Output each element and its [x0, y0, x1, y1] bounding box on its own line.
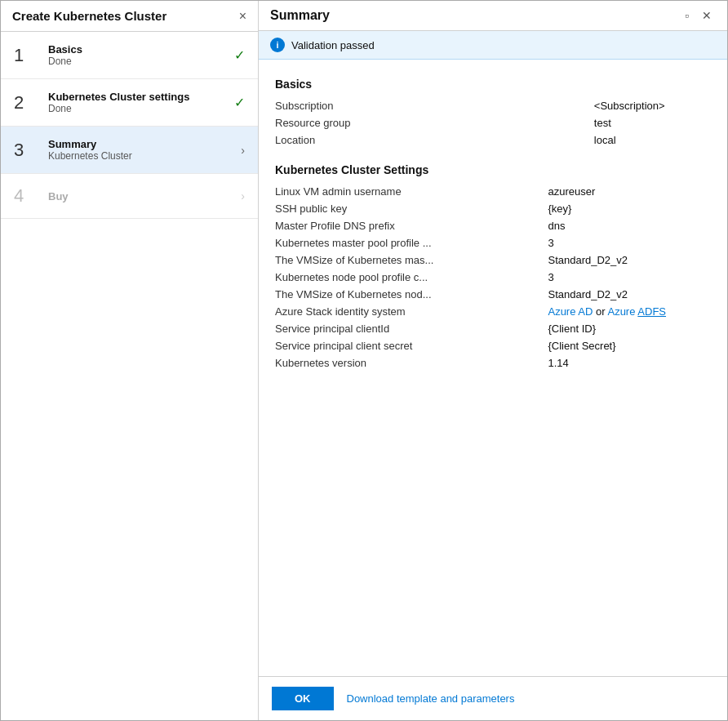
step-item-0[interactable]: 1BasicsDone✓ — [1, 32, 258, 79]
step-chevron-icon-3: › — [241, 189, 245, 203]
step-title-0: Basics — [48, 43, 228, 56]
row-value-1-6: Standard_D2_v2 — [541, 286, 711, 303]
step-number-1: 2 — [14, 92, 38, 113]
row-value-1-2: dns — [541, 217, 711, 234]
table-row: Master Profile DNS prefixdns — [275, 217, 711, 234]
step-title-1: Kubernetes Cluster settings — [48, 91, 228, 103]
table-row: Kubernetes master pool profile ...3 — [275, 234, 711, 251]
step-list: 1BasicsDone✓2Kubernetes Cluster settings… — [1, 32, 258, 720]
step-check-icon-1: ✓ — [234, 95, 245, 110]
row-value-1-8: {Client ID} — [541, 320, 711, 337]
close-button[interactable]: × — [239, 10, 246, 23]
section-title-0: Basics — [275, 78, 711, 91]
right-panel-title: Summary — [270, 8, 330, 23]
row-value-1-9: {Client Secret} — [541, 337, 711, 354]
ok-button[interactable]: OK — [272, 687, 334, 710]
table-row: SSH public key{key} — [275, 200, 711, 217]
row-value-1-3: 3 — [541, 234, 711, 251]
step-sub-0: Done — [48, 56, 228, 67]
row-value-0-1: test — [588, 114, 711, 131]
left-panel-header: Create Kubernetes Cluster × — [1, 1, 258, 32]
row-label-1-4: The VMSize of Kubernetes mas... — [275, 251, 541, 269]
step-item-3: 4Buy› — [1, 174, 258, 219]
right-header: Summary ▫ ✕ — [259, 1, 727, 31]
row-value-1-0: azureuser — [541, 183, 711, 200]
step-item-1[interactable]: 2Kubernetes Cluster settingsDone✓ — [1, 79, 258, 127]
row-label-1-0: Linux VM admin username — [275, 183, 541, 200]
section-title-1: Kubernetes Cluster Settings — [275, 163, 711, 176]
info-icon: i — [270, 38, 285, 52]
step-item-2[interactable]: 3SummaryKubernetes Cluster› — [1, 127, 258, 174]
row-value-0-2: local — [588, 131, 711, 149]
row-value-0-0: <Subscription> — [588, 97, 711, 114]
table-row: Service principal client secret{Client S… — [275, 337, 711, 354]
table-row: Resource grouptest — [275, 114, 711, 131]
table-row: Subscription<Subscription> — [275, 97, 711, 114]
step-text-2: SummaryKubernetes Cluster — [48, 138, 234, 162]
table-row: Kubernetes node pool profile c...3 — [275, 269, 711, 286]
step-text-1: Kubernetes Cluster settingsDone — [48, 91, 228, 114]
row-label-1-8: Service principal clientId — [275, 320, 541, 337]
row-label-0-2: Location — [275, 131, 588, 149]
table-row: The VMSize of Kubernetes nod...Standard_… — [275, 286, 711, 303]
left-panel-title: Create Kubernetes Cluster — [12, 9, 166, 23]
row-label-1-10: Kubernetes version — [275, 354, 541, 372]
window-close-button[interactable]: ✕ — [698, 7, 716, 24]
row-label-0-0: Subscription — [275, 97, 588, 114]
row-label-1-3: Kubernetes master pool profile ... — [275, 234, 541, 251]
table-row: Kubernetes version1.14 — [275, 354, 711, 372]
step-number-0: 1 — [14, 45, 38, 66]
row-value-1-7: Azure AD or Azure ADFS — [541, 303, 711, 320]
validation-bar: i Validation passed — [259, 31, 727, 60]
download-template-button[interactable]: Download template and parameters — [347, 692, 515, 705]
minimize-button[interactable]: ▫ — [681, 7, 693, 24]
step-sub-2: Kubernetes Cluster — [48, 150, 234, 162]
row-value-1-5: 3 — [541, 269, 711, 286]
row-label-1-5: Kubernetes node pool profile c... — [275, 269, 541, 286]
step-check-icon-0: ✓ — [234, 47, 245, 63]
table-row: Linux VM admin usernameazureuser — [275, 183, 711, 200]
right-panel: Summary ▫ ✕ i Validation passed BasicsSu… — [259, 1, 727, 720]
step-title-2: Summary — [48, 138, 234, 150]
summary-content: BasicsSubscription<Subscription>Resource… — [259, 60, 727, 676]
table-row: Azure Stack identity systemAzure AD or A… — [275, 303, 711, 320]
detail-table-0: Subscription<Subscription>Resource group… — [275, 97, 711, 149]
row-label-0-1: Resource group — [275, 114, 588, 131]
row-label-1-6: The VMSize of Kubernetes nod... — [275, 286, 541, 303]
step-sub-1: Done — [48, 103, 228, 114]
main-window: Create Kubernetes Cluster × 1BasicsDone✓… — [0, 0, 728, 721]
step-chevron-icon-2: › — [241, 144, 245, 157]
step-number-2: 3 — [14, 140, 38, 161]
table-row: Service principal clientId{Client ID} — [275, 320, 711, 337]
row-value-1-1: {key} — [541, 200, 711, 217]
step-text-3: Buy — [48, 190, 234, 203]
window-controls: ▫ ✕ — [681, 7, 716, 24]
row-value-1-4: Standard_D2_v2 — [541, 251, 711, 269]
row-label-1-1: SSH public key — [275, 200, 541, 217]
right-footer: OK Download template and parameters — [259, 676, 727, 720]
row-label-1-9: Service principal client secret — [275, 337, 541, 354]
row-value-1-10: 1.14 — [541, 354, 711, 372]
detail-table-1: Linux VM admin usernameazureuserSSH publ… — [275, 183, 711, 372]
row-label-1-7: Azure Stack identity system — [275, 303, 541, 320]
table-row: Locationlocal — [275, 131, 711, 149]
table-row: The VMSize of Kubernetes mas...Standard_… — [275, 251, 711, 269]
step-text-0: BasicsDone — [48, 43, 228, 67]
step-number-3: 4 — [14, 185, 38, 207]
validation-text: Validation passed — [291, 39, 375, 51]
row-label-1-2: Master Profile DNS prefix — [275, 217, 541, 234]
left-panel: Create Kubernetes Cluster × 1BasicsDone✓… — [1, 1, 259, 720]
step-title-3: Buy — [48, 190, 234, 203]
